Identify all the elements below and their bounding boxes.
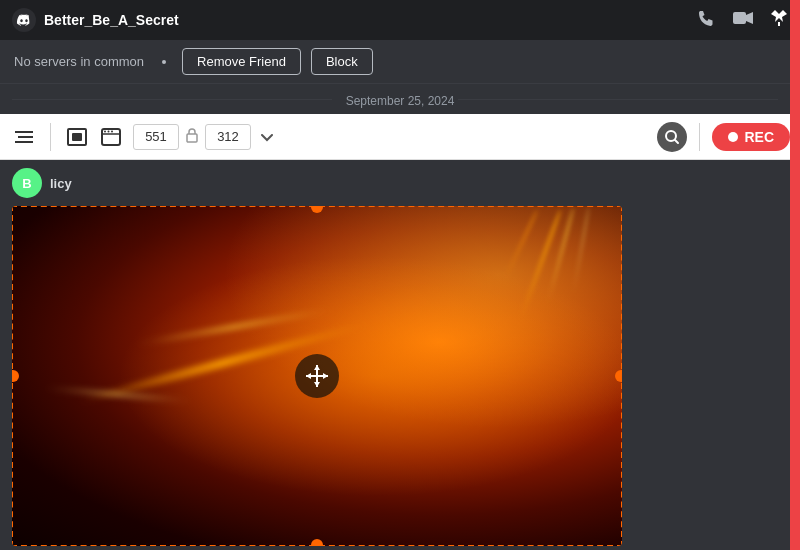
dm-username: Better_Be_A_Secret [44,12,688,28]
title-bar: Better_Be_A_Secret [0,0,800,40]
tendril-2 [546,207,575,304]
discord-logo-icon [12,8,36,32]
pin-icon[interactable] [770,9,788,31]
title-bar-actions [696,8,788,33]
handle-left[interactable] [12,370,19,382]
tendril-3 [502,209,539,283]
capture-image [12,206,622,546]
user-avatar: B [12,168,42,198]
toolbar-left-section [10,123,38,151]
handle-right[interactable] [615,370,622,382]
message-header: B licy [12,168,788,198]
message-username: licy [50,176,72,191]
toolbar-menu-button[interactable] [10,123,38,151]
video-icon[interactable] [732,10,754,31]
main-content: B licy [0,160,800,548]
tendril-4 [572,207,590,296]
svg-rect-1 [733,12,746,24]
block-button[interactable]: Block [311,48,373,75]
search-button[interactable] [657,122,687,152]
capture-area-container [12,206,622,546]
svg-rect-8 [72,133,82,141]
red-sidebar-strip [790,0,800,550]
svg-point-11 [104,130,106,132]
toolbar-divider-1 [50,123,51,151]
svg-point-13 [111,130,113,132]
handle-top[interactable] [311,206,323,213]
svg-rect-14 [187,134,197,142]
no-servers-text: No servers in common [14,54,144,69]
handle-bottom[interactable] [311,539,323,546]
phone-icon[interactable] [696,8,716,33]
remove-friend-button[interactable]: Remove Friend [182,48,301,75]
rec-circle-icon [728,132,738,142]
toolbar-region-section [63,123,125,151]
move-cursor-icon[interactable] [295,354,339,398]
rec-button[interactable]: REC [712,123,790,151]
toolbar-size-section [133,124,277,150]
region-select-button[interactable] [63,123,91,151]
date-separator: September 25, 2024 [0,84,800,114]
svg-line-16 [675,140,678,143]
svg-point-12 [108,130,110,132]
lock-icon [185,127,199,146]
dot-separator [162,60,166,64]
capture-toolbar: REC [0,114,800,160]
width-input[interactable] [133,124,179,150]
window-select-button[interactable] [97,123,125,151]
svg-marker-2 [746,12,753,24]
subheader: No servers in common Remove Friend Block [0,40,800,84]
chevron-down-button[interactable] [257,127,277,147]
height-input[interactable] [205,124,251,150]
toolbar-divider-2 [699,123,700,151]
